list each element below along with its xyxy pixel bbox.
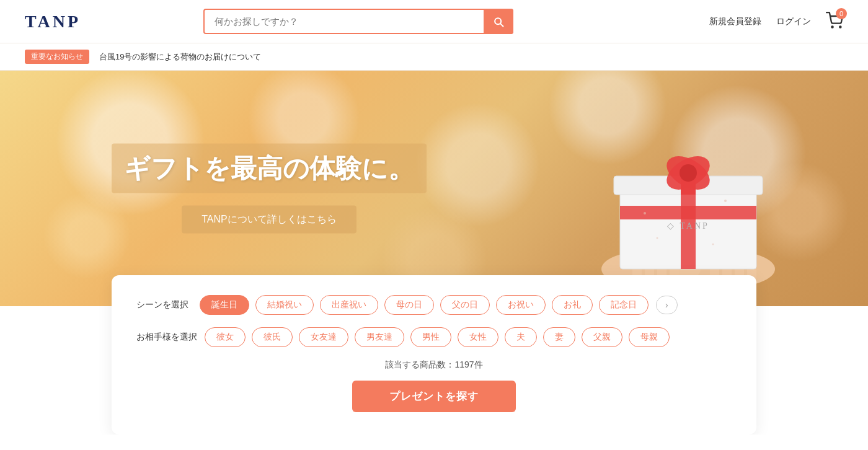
scene-tag-7[interactable]: 記念日 (599, 295, 649, 315)
recipient-filter-label: お相手様を選択 (136, 332, 197, 343)
product-count: 該当する商品数：1197件 (136, 360, 732, 371)
recipient-tag-1[interactable]: 彼氏 (252, 327, 293, 347)
scene-tag-1[interactable]: 結婚祝い (255, 295, 314, 315)
svg-point-1 (839, 26, 841, 27)
login-link[interactable]: ログイン (776, 16, 811, 27)
announcement-bar: 重要なお知らせ 台風19号の影響による荷物のお届けについて (0, 43, 868, 71)
hero-text-block: ギフトを最高の体験に。 TANPについて詳しくはこちら (112, 144, 427, 234)
header-right: 新規会員登録 ログイン 0 (709, 12, 843, 32)
hero-gift-image: ◇ TANP (570, 89, 806, 288)
hero-main-title: ギフトを最高の体験に。 (112, 144, 427, 193)
svg-point-24 (712, 244, 714, 245)
search-present-button[interactable]: プレゼントを探す (352, 381, 516, 412)
gift-box-svg: ◇ TANP (570, 89, 806, 300)
announcement-badge: 重要なお知らせ (25, 50, 89, 64)
scene-filter-label: シーンを選択 (136, 299, 192, 311)
scene-tags-container: 誕生日結婚祝い出産祝い母の日父の日お祝いお礼記念日 (200, 295, 649, 315)
recipient-filter-row: お相手様を選択 彼女彼氏女友達男友達男性女性夫妻父親母親 (136, 327, 732, 347)
search-icon (492, 15, 505, 28)
recipient-tags-container: 彼女彼氏女友達男友達男性女性夫妻父親母親 (205, 327, 670, 347)
svg-rect-15 (620, 206, 756, 219)
announcement-text: 台風19号の影響による荷物のお届けについて (99, 51, 261, 63)
hero-learn-more-button[interactable]: TANPについて詳しくはこちら (182, 206, 356, 234)
filter-section: シーンを選択 誕生日結婚祝い出産祝い母の日父の日お祝いお礼記念日 › お相手様を… (112, 275, 756, 435)
svg-text:◇ TANP: ◇ TANP (667, 221, 709, 231)
recipient-tag-0[interactable]: 彼女 (205, 327, 246, 347)
logo: TANP (25, 12, 81, 32)
scene-tag-0[interactable]: 誕生日 (200, 295, 249, 315)
svg-point-19 (680, 164, 697, 182)
scene-tag-4[interactable]: 父の日 (440, 295, 490, 315)
recipient-tag-3[interactable]: 男友達 (355, 327, 404, 347)
svg-point-0 (831, 26, 833, 27)
scene-tag-2[interactable]: 出産祝い (320, 295, 378, 315)
scene-tag-3[interactable]: 母の日 (384, 295, 434, 315)
svg-point-22 (724, 200, 727, 202)
search-wrapper (203, 9, 513, 34)
recipient-tag-7[interactable]: 妻 (543, 327, 575, 347)
cart-button[interactable]: 0 (826, 12, 843, 32)
svg-point-23 (657, 237, 658, 239)
cart-count-badge: 0 (836, 8, 847, 19)
scene-more-button[interactable]: › (656, 296, 678, 314)
recipient-tag-9[interactable]: 母親 (629, 327, 670, 347)
recipient-tag-8[interactable]: 父親 (582, 327, 622, 347)
register-link[interactable]: 新規会員登録 (709, 16, 761, 27)
recipient-tag-2[interactable]: 女友達 (299, 327, 348, 347)
recipient-tag-5[interactable]: 女性 (458, 327, 498, 347)
recipient-tag-6[interactable]: 夫 (505, 327, 537, 347)
scene-tag-5[interactable]: お祝い (496, 295, 546, 315)
scene-tag-6[interactable]: お礼 (552, 295, 593, 315)
recipient-tag-4[interactable]: 男性 (410, 327, 451, 347)
search-input[interactable] (203, 9, 513, 34)
search-button[interactable] (484, 9, 513, 34)
scene-filter-row: シーンを選択 誕生日結婚祝い出産祝い母の日父の日お祝いお礼記念日 › (136, 295, 732, 315)
svg-point-21 (644, 212, 646, 214)
hero-section: ギフトを最高の体験に。 TANPについて詳しくはこちら (0, 71, 868, 306)
header: TANP 新規会員登録 ログイン 0 (0, 0, 868, 43)
